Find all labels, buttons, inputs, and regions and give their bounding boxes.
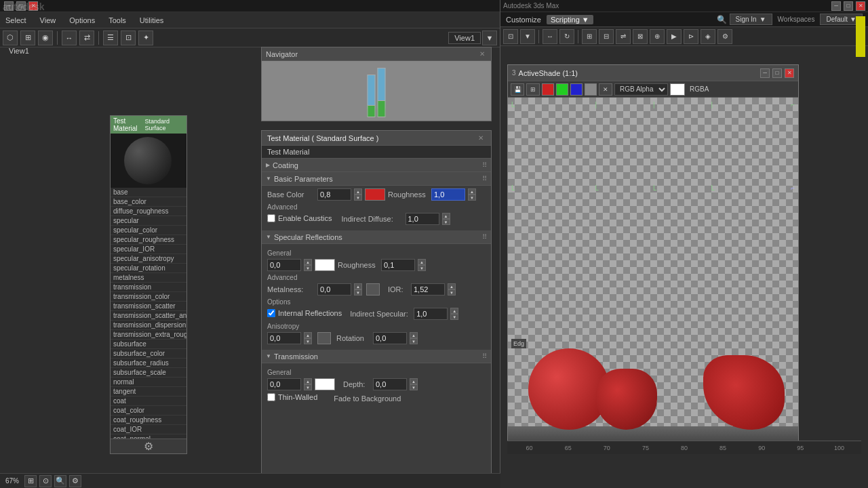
attr-coat-ior[interactable]: coat_IOR [111,425,186,434]
transmission-color-swatch[interactable] [315,378,335,390]
base-spin-up[interactable]: ▲ [354,188,362,195]
toolbar-btn-3[interactable]: ◉ [38,30,53,45]
roughness-spinbox[interactable]: ▲ ▼ [468,188,476,201]
attr-specular-color[interactable]: specular_color [111,226,186,235]
base-spinbox[interactable]: ▲ ▼ [354,188,362,201]
as-close-x-btn[interactable]: ✕ [599,83,612,96]
as-red-btn[interactable] [542,83,554,96]
spec-rough-spinbox[interactable]: ▲ ▼ [418,259,426,271]
an-spin-down[interactable]: ▼ [304,338,312,344]
toolbar-btn-1[interactable]: ⬡ [3,30,18,45]
as-blue-btn[interactable] [570,83,583,96]
specular-spinbox[interactable]: ▲ ▼ [304,259,312,271]
as-save-btn[interactable]: 💾 [511,83,524,96]
specular-color-swatch[interactable] [315,259,335,271]
attr-normal[interactable]: normal [111,378,186,387]
right-minimize-btn[interactable]: ─ [831,1,841,11]
navigator-close-btn[interactable]: ✕ [477,50,487,58]
rot-spinbox[interactable]: ▲ ▼ [410,332,418,344]
attr-transmission-dispersion[interactable]: transmission_dispersion [111,321,186,330]
met-spin-up[interactable]: ▲ [354,283,362,289]
rt-snap-btn[interactable]: ⊟ [599,29,614,44]
met-spin-down[interactable]: ▼ [354,289,362,296]
base-color-swatch[interactable] [365,188,385,201]
rt-camera-btn[interactable]: ⊕ [650,29,665,44]
rt-env-btn[interactable]: ⚙ [717,29,732,44]
menu-utilities[interactable]: Utilities [137,15,166,26]
ior-spin-down[interactable]: ▼ [448,289,456,296]
as-maximize-btn[interactable]: □ [772,68,782,78]
attr-coat[interactable]: coat [111,396,186,406]
as-clone-btn[interactable]: ⊞ [526,83,540,96]
rot-spin-up[interactable]: ▲ [410,332,418,338]
id-spin-up[interactable]: ▲ [442,213,450,219]
left-minimize-btn[interactable]: ─ [4,1,14,11]
bottom-btn-2[interactable]: ⊙ [39,475,52,487]
scripting-btn[interactable]: Scripting ▼ [547,15,593,24]
basic-params-header[interactable]: ▼ Basic Parameters ⠿ [262,172,491,186]
attr-metalness[interactable]: metalness [111,273,186,283]
is-spin-down[interactable]: ▼ [450,314,458,320]
metalness-spinbox[interactable]: ▲ ▼ [354,283,362,296]
specular-value-input[interactable] [267,259,301,271]
as-close-btn[interactable]: ✕ [785,68,794,78]
tr-spin-up[interactable]: ▲ [304,378,312,384]
an-spin-up[interactable]: ▲ [304,332,312,338]
as-gray-btn[interactable] [585,83,597,96]
rt-select-btn[interactable]: ⊡ [503,29,518,44]
transmission-value-input[interactable] [267,378,301,390]
is-spin-up[interactable]: ▲ [450,308,458,314]
view1-dropdown-btn[interactable]: ▼ [482,30,497,45]
spec-spin-down[interactable]: ▼ [304,265,312,271]
rt-move-btn[interactable]: ↔ [542,29,557,44]
bottom-btn-1[interactable]: ⊞ [24,475,37,487]
attr-diffuse-roughness[interactable]: diffuse_roughness [111,207,186,216]
trans-spinbox[interactable]: ▲ ▼ [304,378,312,390]
attr-transmission-scatter[interactable]: transmission_scatter [111,302,186,311]
ior-spinbox[interactable]: ▲ ▼ [448,283,456,296]
right-maximize-btn[interactable]: □ [844,1,853,11]
toolbar-btn-7[interactable]: ⊡ [121,30,136,45]
attr-base[interactable]: base [111,188,186,197]
sr-spin-down[interactable]: ▼ [418,265,426,271]
bottom-btn-3[interactable]: 🔍 [54,475,66,487]
toolbar-btn-6[interactable]: ☰ [103,30,118,45]
rt-filter-btn[interactable]: ▼ [520,29,535,44]
attr-specular-anisotropy[interactable]: specular_anisotropy [111,254,186,264]
sr-spin-up[interactable]: ▲ [418,259,426,265]
roughness-input[interactable] [431,188,465,201]
attr-transmission[interactable]: transmission [111,283,186,292]
menu-select[interactable]: Select [3,15,29,26]
transmission-section-header[interactable]: ▼ Transmission ⠿ [262,350,491,363]
attr-subsurface-color[interactable]: subsurface_color [111,349,186,359]
specular-section-header[interactable]: ▼ Specular Reflections ⠿ [262,230,491,244]
tm-close-btn[interactable]: ✕ [476,134,486,142]
rt-render-btn[interactable]: ▶ [667,29,682,44]
attr-transmission-scatter-ani[interactable]: transmission_scatter_ani... [111,311,186,321]
attr-base-color[interactable]: base_color [111,197,186,207]
left-maximize-btn[interactable]: □ [16,1,26,11]
as-minimize-btn[interactable]: ─ [760,68,770,78]
aniso-spinbox[interactable]: ▲ ▼ [304,332,312,344]
attr-subsurface[interactable]: subsurface [111,340,186,349]
rt-mat-btn[interactable]: ◈ [701,29,715,44]
depth-input[interactable] [373,378,407,390]
rot-spin-down[interactable]: ▼ [410,338,418,344]
ior-spin-up[interactable]: ▲ [448,283,456,289]
menu-options[interactable]: Options [66,15,98,26]
metalness-input[interactable] [317,283,351,296]
tm-material-name[interactable]: Test Material [262,146,491,159]
toolbar-btn-2[interactable]: ⊞ [20,30,35,45]
attr-specular-roughness[interactable]: specular_roughness [111,235,186,245]
sign-in-btn[interactable]: Sign In ▼ [730,14,772,25]
attr-coat-color[interactable]: coat_color [111,406,186,415]
attr-tangent[interactable]: tangent [111,387,186,396]
attr-specular-rotation[interactable]: specular_rotation [111,264,186,273]
depth-spinbox[interactable]: ▲ ▼ [410,378,418,390]
roughness-spin-up[interactable]: ▲ [468,188,476,195]
anisotropy-input[interactable] [267,332,301,344]
toolbar-btn-5[interactable]: ⇄ [79,30,94,45]
enable-caustics-checkbox[interactable] [267,214,275,222]
base-spin-down[interactable]: ▼ [354,195,362,201]
ior-input[interactable] [411,283,445,296]
